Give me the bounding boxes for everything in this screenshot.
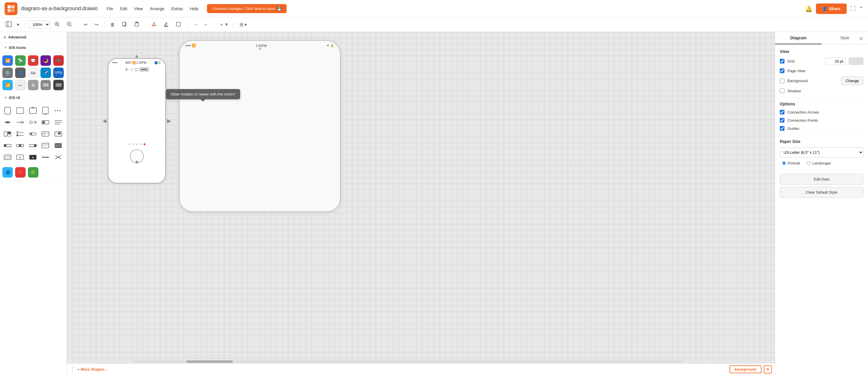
list-item[interactable]: ⌘ <box>15 152 25 162</box>
tab-background[interactable]: background <box>730 365 762 373</box>
save-banner[interactable]: Unsaved changes. Click here to save. 💾 <box>207 4 287 13</box>
scrollbar-thumb[interactable] <box>186 361 233 363</box>
edit-data-button[interactable]: Edit Data <box>780 174 863 185</box>
list-item[interactable] <box>2 152 13 162</box>
list-item[interactable]: ⌨ <box>53 80 64 90</box>
more-shapes-button[interactable]: + More Shapes… <box>78 367 108 372</box>
sidebar-section-advanced[interactable]: ▶ Advanced <box>0 32 67 42</box>
list-item[interactable] <box>2 117 13 127</box>
list-item[interactable] <box>40 140 51 151</box>
canvas-area[interactable]: ••••• WiFi 📶 1:55PM 🔵🔋 ✛ ☆ ⬡ ━━━ ◀ ▶ ▲ ▼ <box>67 32 775 375</box>
list-item[interactable]: Aa <box>28 67 38 78</box>
page-view-checkbox[interactable] <box>780 68 784 73</box>
sidebar-section-ios-ui[interactable]: ▼ iOS UI <box>0 93 67 103</box>
list-item[interactable] <box>15 129 25 139</box>
list-item[interactable]: 👤 <box>15 67 26 78</box>
grid-pt-input[interactable] <box>826 58 846 65</box>
menu-edit[interactable]: Edit <box>117 5 130 12</box>
list-item[interactable]: 📡 <box>15 55 26 66</box>
panel-toggle-dropdown[interactable]: ▾ <box>14 20 22 29</box>
list-item[interactable]: ⌘ <box>28 152 38 162</box>
waypoint-button[interactable]: ⌐ <box>202 20 210 29</box>
list-item[interactable]: 🟢 <box>28 167 38 178</box>
list-item[interactable]: 📶 <box>2 55 13 66</box>
grid-checkbox[interactable] <box>780 59 784 63</box>
list-item[interactable]: — <box>15 80 26 90</box>
list-item[interactable] <box>40 105 51 116</box>
canvas-scrollbar-h[interactable] <box>134 361 682 363</box>
panel-toggle-button[interactable] <box>3 20 14 30</box>
list-item[interactable]: 🎮 <box>53 55 64 66</box>
list-item[interactable] <box>2 129 13 139</box>
list-item[interactable]: 🌙 <box>40 55 51 66</box>
list-item[interactable] <box>28 140 38 151</box>
list-item[interactable] <box>15 105 25 116</box>
list-item[interactable] <box>15 140 25 151</box>
add-tab-button[interactable]: + <box>764 365 772 374</box>
tab-diagram[interactable]: Diagram <box>775 32 822 44</box>
redo-button[interactable]: ↪ <box>92 20 101 29</box>
delete-button[interactable]: 🗑 <box>108 20 117 29</box>
share-button[interactable]: 👤 Share <box>816 3 847 14</box>
zoom-select[interactable]: 100% 75% 50% 150% <box>29 21 50 29</box>
list-item[interactable]: 💬 <box>28 55 38 66</box>
list-item[interactable] <box>53 152 63 162</box>
zoom-in-button[interactable] <box>52 20 62 30</box>
menu-help[interactable]: Help <box>187 5 201 12</box>
list-item[interactable] <box>2 105 13 116</box>
zoom-out-button[interactable] <box>64 20 74 30</box>
grid-color-swatch[interactable] <box>849 57 863 65</box>
guides-checkbox[interactable] <box>780 126 784 131</box>
menu-view[interactable]: View <box>131 5 146 12</box>
list-item[interactable]: ⌨ <box>40 80 51 90</box>
landscape-label[interactable]: Landscape <box>807 161 831 165</box>
connector-button[interactable]: → <box>191 20 200 29</box>
list-item[interactable] <box>28 129 38 139</box>
paste-button[interactable] <box>132 20 142 30</box>
list-item[interactable] <box>28 105 38 116</box>
insert-button[interactable]: ＋ ▾ <box>217 20 230 29</box>
list-item[interactable]: 📶 <box>2 80 13 90</box>
list-item[interactable] <box>53 129 63 139</box>
list-item[interactable]: ✈️ <box>40 67 51 78</box>
background-change-button[interactable]: Change <box>841 76 863 85</box>
list-item[interactable]: 🔴 <box>15 167 26 178</box>
list-item[interactable]: 🔵 <box>2 167 13 178</box>
list-item[interactable] <box>40 129 51 139</box>
list-item[interactable] <box>53 117 63 127</box>
clear-default-style-button[interactable]: Clear Default Style <box>780 187 863 198</box>
table-button[interactable]: ⊞ ▾ <box>237 20 249 29</box>
list-item[interactable]: ⚙️ <box>2 67 13 78</box>
sidebar-section-ios-icons[interactable]: ▼ iOS Icons <box>0 42 67 53</box>
copy-button[interactable] <box>120 20 129 30</box>
menu-file[interactable]: File <box>104 5 116 12</box>
shadow-checkbox[interactable] <box>780 89 784 93</box>
landscape-radio[interactable] <box>807 161 811 165</box>
bottom-menu-icon[interactable]: ⋮ <box>70 366 75 373</box>
stroke-color-button[interactable] <box>161 20 171 30</box>
background-checkbox[interactable] <box>780 79 784 83</box>
portrait-radio[interactable] <box>782 161 786 165</box>
portrait-label[interactable]: Portrait <box>782 161 800 165</box>
shape-button[interactable] <box>174 20 183 30</box>
close-panel-button[interactable]: ✕ <box>859 35 863 42</box>
list-item[interactable] <box>53 140 63 151</box>
list-item[interactable]: ⊞ <box>28 80 38 90</box>
list-item[interactable] <box>40 117 51 127</box>
connection-arrows-checkbox[interactable] <box>780 110 784 115</box>
menu-extras[interactable]: Extras <box>168 5 186 12</box>
undo-button[interactable]: ↩ <box>82 20 90 29</box>
collapse-icon[interactable]: ⌃ <box>859 5 863 12</box>
paper-size-select[interactable]: US-Letter (8,5" x 11") A4 A3 Legal <box>780 147 863 157</box>
list-item[interactable] <box>28 117 38 127</box>
list-item[interactable] <box>40 152 51 162</box>
menu-arrange[interactable]: Arrange <box>147 5 167 12</box>
list-item[interactable] <box>15 117 25 127</box>
list-item[interactable]: VPN <box>53 67 64 78</box>
notification-bell-icon[interactable]: 🔔 <box>805 5 812 12</box>
fullscreen-icon[interactable]: ⛶ <box>850 5 856 12</box>
fill-color-button[interactable] <box>149 20 159 30</box>
connection-points-checkbox[interactable] <box>780 118 784 123</box>
list-item[interactable] <box>2 140 13 151</box>
list-item[interactable] <box>53 105 63 116</box>
